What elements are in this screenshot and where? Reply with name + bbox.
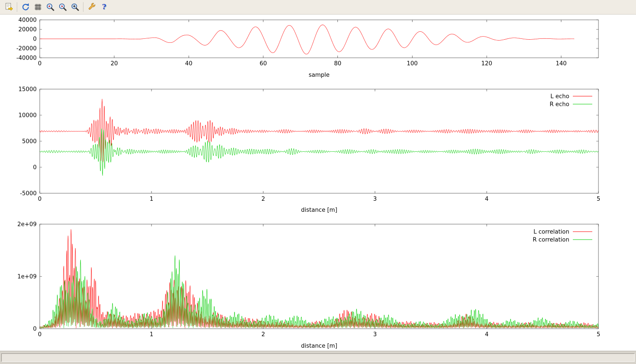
toolbar-separator: [17, 2, 17, 12]
zoom-next-button[interactable]: [57, 1, 68, 13]
autoscale-button[interactable]: [69, 1, 81, 13]
toolbar-separator: [83, 2, 83, 12]
status-message: [1, 353, 635, 362]
autoscale-icon: [70, 2, 80, 12]
zoom-previous-button[interactable]: [44, 1, 56, 13]
plot-area: [0, 15, 636, 351]
echo-plot[interactable]: [0, 85, 636, 218]
configure-button[interactable]: [86, 1, 98, 13]
correlation-plot[interactable]: [0, 218, 636, 351]
help-button[interactable]: ? ?: [98, 1, 110, 13]
configure-icon: [87, 2, 97, 12]
grid-icon: [33, 2, 43, 12]
copy-to-clipboard-icon: [4, 2, 14, 12]
replot-icon: [21, 2, 30, 12]
toggle-grid-button[interactable]: [32, 1, 44, 13]
zoom-previous-icon: [45, 2, 55, 12]
zoom-next-icon: [58, 2, 68, 12]
waveform-plot[interactable]: [0, 15, 636, 85]
status-bar: [0, 351, 636, 364]
svg-text:?: ?: [102, 3, 106, 11]
toolbar: ? ?: [0, 0, 636, 15]
help-icon: ? ?: [99, 2, 109, 12]
copy-to-clipboard-button[interactable]: [3, 1, 15, 13]
replot-button[interactable]: [19, 1, 31, 13]
